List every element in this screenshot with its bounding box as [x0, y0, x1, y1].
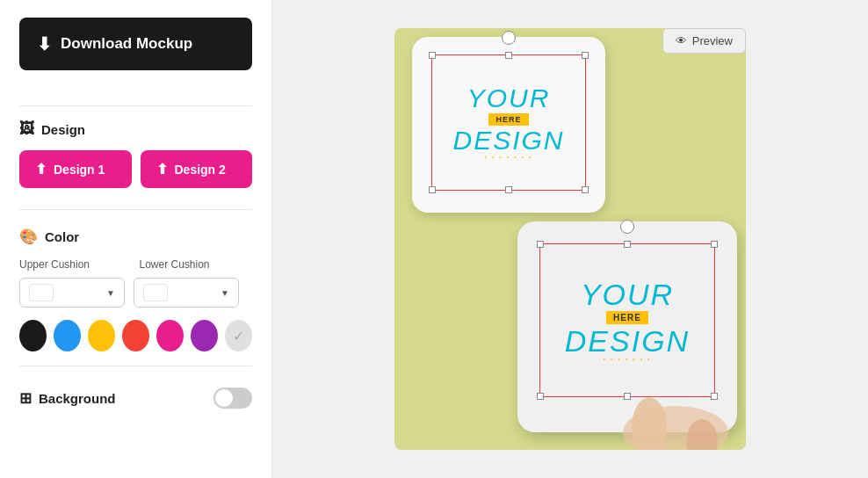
lower-cushion-label: Lower Cushion	[140, 258, 253, 271]
upper-design-text-label: DESIGN	[452, 127, 564, 154]
upper-cushion-chevron: ▼	[106, 288, 115, 298]
background-section: ⊞ Background	[19, 387, 252, 409]
design-section-header: 🖼 Design	[19, 120, 252, 138]
preview-icon: 👁	[676, 34, 687, 47]
divider-1	[19, 105, 252, 106]
upper-cushion-dropdown[interactable]: ▼	[19, 278, 125, 308]
cushion-upper: YOUR HERE DESIGN • • • • • • •	[412, 37, 605, 213]
upper-sub-text: • • • • • • •	[485, 154, 533, 160]
lower-your-text: YOUR	[581, 279, 674, 309]
download-label: Download Mockup	[61, 35, 192, 53]
mockup-area: 👁 Preview YOUR HERE DESIGN • • • • • • •	[394, 28, 746, 450]
upper-here-badge: HERE	[488, 113, 528, 126]
upper-cushion-swatch	[29, 284, 54, 301]
right-panel: 👁 Preview YOUR HERE DESIGN • • • • • • •	[272, 0, 868, 478]
color-section: 🎨 Color Upper Cushion Lower Cushion ▼ ▼	[19, 228, 252, 351]
lower-here-badge: HERE	[606, 311, 648, 324]
design2-button[interactable]: ⬆ Design 2	[141, 150, 253, 188]
divider-3	[19, 366, 252, 366]
upper-your-text: YOUR	[467, 85, 551, 112]
lower-rotation-handle[interactable]	[620, 220, 634, 234]
divider-2	[19, 209, 252, 210]
color-section-title: Color	[45, 229, 79, 244]
design2-label: Design 2	[175, 163, 226, 177]
left-panel: ⬇ Download Mockup 🖼 Design ⬆ Design 1 ⬆ …	[0, 0, 272, 478]
upload-icon-1: ⬆	[35, 161, 47, 177]
design-buttons-group: ⬆ Design 1 ⬆ Design 2	[19, 150, 252, 188]
swatch-check[interactable]: ✓	[225, 320, 252, 351]
color-dropdowns-row: ▼ ▼	[19, 278, 252, 308]
background-section-title: Background	[39, 391, 116, 406]
color-swatches-row: ✓	[19, 320, 252, 351]
color-labels-row: Upper Cushion Lower Cushion	[19, 258, 252, 271]
swatch-yellow[interactable]	[88, 320, 115, 351]
lower-cushion-dropdown[interactable]: ▼	[134, 278, 239, 308]
design1-label: Design 1	[54, 163, 105, 177]
swatch-pink[interactable]	[156, 320, 184, 351]
preview-button[interactable]: 👁 Preview	[662, 28, 746, 54]
upload-icon-2: ⬆	[156, 161, 168, 177]
upper-design-text: YOUR HERE DESIGN • • • • • • •	[431, 54, 586, 191]
download-mockup-button[interactable]: ⬇ Download Mockup	[19, 18, 252, 70]
color-section-header: 🎨 Color	[19, 228, 252, 246]
color-section-icon: 🎨	[19, 228, 38, 246]
design-section-title: Design	[41, 122, 85, 137]
design1-button[interactable]: ⬆ Design 1	[19, 150, 132, 188]
cushion-scene: YOUR HERE DESIGN • • • • • • •	[394, 28, 746, 450]
swatch-purple[interactable]	[191, 320, 218, 351]
preview-label: Preview	[692, 34, 733, 47]
svg-point-1	[632, 397, 667, 450]
hands-svg	[605, 344, 746, 450]
lower-cushion-swatch	[143, 284, 168, 301]
design-section-icon: 🖼	[19, 120, 34, 138]
upper-rotation-handle[interactable]	[502, 31, 516, 45]
upper-cushion-label: Upper Cushion	[19, 258, 133, 271]
swatch-red[interactable]	[122, 320, 149, 351]
download-icon: ⬇	[37, 33, 52, 54]
upper-design-area: YOUR HERE DESIGN • • • • • • •	[431, 54, 586, 191]
swatch-black[interactable]	[19, 320, 47, 351]
lower-cushion-chevron: ▼	[221, 288, 229, 298]
background-toggle[interactable]	[213, 387, 252, 409]
swatch-blue[interactable]	[54, 320, 81, 351]
background-section-header: ⊞ Background	[19, 389, 116, 408]
background-section-icon: ⊞	[19, 389, 32, 408]
